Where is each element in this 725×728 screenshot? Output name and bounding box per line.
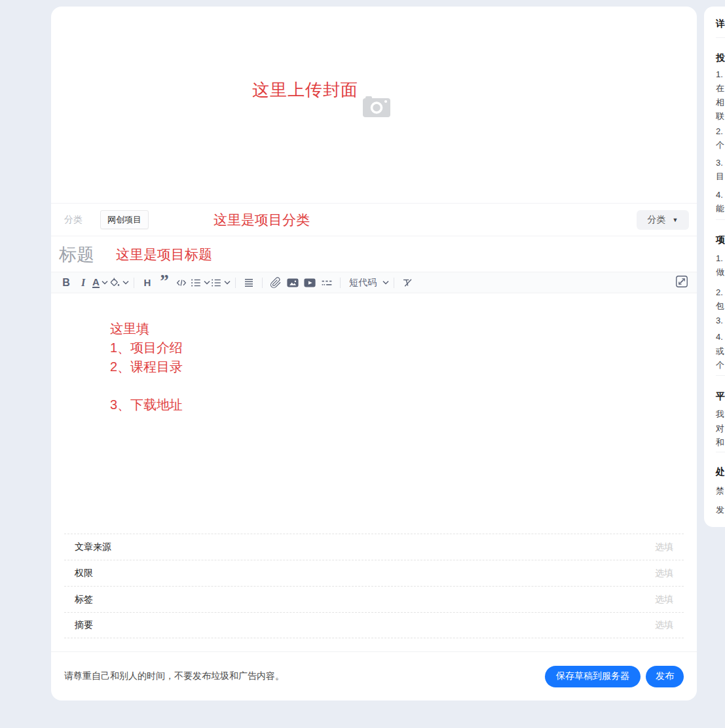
chevron-down-icon (204, 280, 210, 285)
bold-icon: B (62, 277, 70, 289)
chevron-down-icon (102, 280, 108, 285)
toolbar-separator (262, 278, 263, 288)
guidelines-text-line: 平 (716, 391, 725, 402)
more-divider-icon (320, 277, 333, 289)
paperclip-icon (270, 277, 282, 289)
cover-upload-area[interactable]: 这里上传封面 (51, 7, 697, 204)
link-button[interactable] (267, 274, 284, 291)
blockquote-button[interactable]: ” (156, 274, 173, 291)
chevron-down-icon (382, 280, 389, 285)
heading-button[interactable]: H (139, 274, 156, 291)
guidelines-text-line: 个 (716, 139, 724, 151)
title-placeholder: 标题 (59, 243, 94, 266)
toolbar-separator (134, 278, 134, 288)
toolbar-separator (235, 278, 236, 288)
field-label: 文章来源 (75, 541, 111, 553)
font-color-icon: A (92, 278, 100, 288)
publish-button[interactable]: 发布 (646, 666, 684, 687)
align-justify-icon (243, 277, 255, 289)
guidelines-text-line: 3. (716, 315, 723, 326)
code-icon (176, 277, 187, 289)
unordered-list-button[interactable] (210, 274, 231, 291)
chevron-down-icon (224, 280, 231, 285)
footer-bar: 请尊重自己和别人的时间，不要发布垃圾和广告内容。 保存草稿到服务器 发布 (51, 651, 697, 701)
guidelines-text-line: 4. (716, 331, 723, 342)
footer-notice: 请尊重自己和别人的时间，不要发布垃圾和广告内容。 (64, 670, 284, 682)
toolbar-separator (340, 278, 341, 288)
field-optional-hint: 选填 (655, 594, 673, 606)
highlight-color-button[interactable] (109, 274, 129, 291)
field-summary[interactable]: 摘要 选填 (64, 612, 684, 638)
guidelines-text-line: 项 (716, 234, 725, 246)
guidelines-text-line: 2. (716, 287, 723, 298)
guidelines-text-line: 4. (716, 189, 723, 200)
guidelines-text-line: 1. (716, 253, 723, 264)
guidelines-text-line: 联 (716, 111, 724, 122)
guidelines-text-line: 包 (716, 300, 724, 312)
guidelines-text-line: 详 (716, 18, 725, 29)
category-row: 分类 网创项目 这里是项目分类 分类 ▼ (51, 204, 697, 236)
guidelines-text-line: 能 (716, 203, 724, 214)
guidelines-text-line: 处 (716, 466, 725, 477)
guidelines-text-line: 发 (716, 504, 724, 515)
panel-divider (716, 37, 725, 38)
toolbar-separator (394, 278, 394, 288)
field-optional-hint: 选填 (655, 541, 673, 553)
bold-button[interactable]: B (58, 274, 75, 291)
panel-divider (716, 375, 725, 376)
ordered-list-button[interactable] (190, 274, 210, 291)
category-label: 分类 (64, 214, 83, 226)
field-permission[interactable]: 权限 选填 (64, 560, 684, 586)
quote-icon: ” (160, 278, 169, 287)
italic-icon: I (81, 277, 85, 289)
code-button[interactable] (173, 274, 190, 291)
insert-divider-button[interactable] (318, 274, 335, 291)
field-source[interactable]: 文章来源 选填 (64, 534, 684, 560)
guidelines-text-line: 1. (716, 69, 723, 80)
guidelines-text-line: 相 (716, 97, 724, 108)
category-chip[interactable]: 网创项目 (100, 210, 149, 229)
clear-format-button[interactable] (399, 274, 416, 291)
insert-video-button[interactable] (301, 274, 318, 291)
unordered-list-icon (210, 277, 222, 289)
guidelines-text-line: 目 (716, 171, 724, 182)
align-button[interactable] (240, 274, 257, 291)
clear-format-icon (401, 277, 413, 289)
editor-line: 3、下载地址 (110, 395, 183, 414)
font-color-button[interactable]: A (92, 274, 109, 291)
guidelines-text-line: 投 (716, 52, 725, 64)
editor-line: 这里填 (110, 319, 183, 338)
field-label: 摘要 (75, 619, 93, 631)
image-icon (286, 277, 299, 289)
title-hint: 这里是项目标题 (116, 246, 212, 264)
editor-content-area[interactable]: 这里填 1、项目介绍 2、课程目录 3、下载地址 (51, 294, 697, 534)
editor-line: 1、项目介绍 (110, 338, 183, 357)
meta-fields: 文章来源 选填 权限 选填 标签 选填 摘要 选填 (64, 534, 684, 638)
field-tags[interactable]: 标签 选填 (64, 586, 684, 612)
save-draft-button[interactable]: 保存草稿到服务器 (545, 666, 641, 687)
field-optional-hint: 选填 (655, 568, 673, 579)
ordered-list-icon (190, 277, 202, 289)
italic-button[interactable]: I (75, 274, 92, 291)
shortcode-button[interactable]: 短代码 (345, 274, 389, 291)
guidelines-text-line: 3. (716, 157, 723, 168)
shortcode-label: 短代码 (345, 277, 381, 289)
guidelines-text-line: 和 (716, 437, 724, 448)
editor-card: 这里上传封面 分类 网创项目 这里是项目分类 分类 ▼ 标题 这里是项目标题 B… (51, 7, 697, 701)
category-hint: 这里是项目分类 (214, 211, 310, 229)
editor-line: 2、课程目录 (110, 357, 183, 376)
field-label: 权限 (75, 568, 93, 579)
caret-down-icon: ▼ (673, 217, 679, 223)
category-dropdown[interactable]: 分类 ▼ (637, 210, 689, 230)
guidelines-text-line: 做 (716, 266, 724, 278)
ink-bucket-icon (109, 277, 121, 289)
fullscreen-icon (675, 274, 689, 289)
chevron-down-icon (122, 280, 129, 285)
fullscreen-button[interactable] (675, 274, 689, 289)
panel-divider (716, 452, 725, 452)
editor-toolbar: B I A H ” (51, 272, 697, 293)
guidelines-text-line: 禁 (716, 485, 724, 496)
video-icon (303, 277, 316, 289)
insert-image-button[interactable] (284, 274, 301, 291)
title-input[interactable]: 标题 这里是项目标题 (51, 237, 697, 272)
